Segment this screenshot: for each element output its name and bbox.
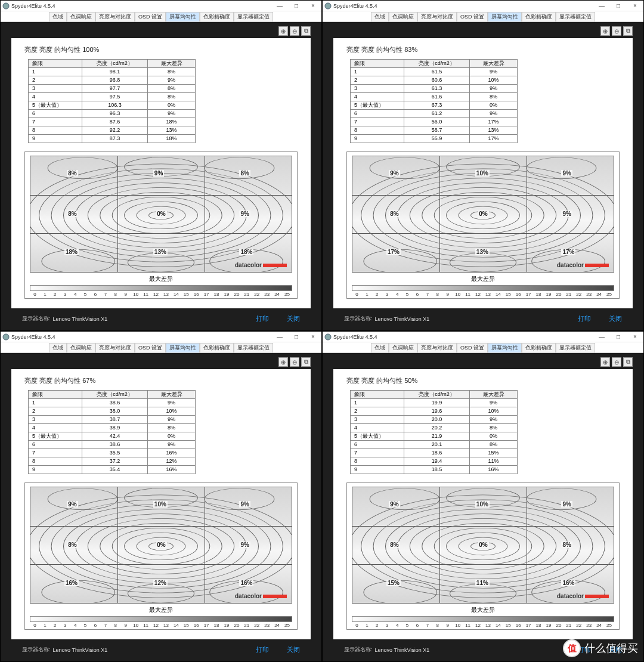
brand-logo: datacolor [235, 593, 287, 599]
minimize-button[interactable]: — [593, 332, 610, 342]
print-button[interactable]: 打印 [578, 314, 591, 323]
app-window-0: Spyder4Elite 4.5.4 — □ × 色域色调响应亮度与对比度OSD… [0, 0, 322, 331]
table-row: 5（最大值）21.90% [351, 432, 518, 441]
tab-1[interactable]: 色调响应 [389, 12, 417, 21]
tab-2[interactable]: 亮度与对比度 [417, 12, 457, 21]
close-window-button[interactable]: × [627, 1, 643, 11]
tab-6[interactable]: 显示器额定值 [556, 343, 595, 352]
print-button[interactable]: 打印 [256, 645, 269, 654]
tab-4[interactable]: 屏幕均匀性 [488, 343, 522, 352]
print-button[interactable]: 打印 [256, 314, 269, 323]
monitor-name: Lenovo ThinkVision X1 [375, 316, 430, 322]
minimize-button[interactable]: — [271, 1, 288, 11]
svg-point-70 [450, 584, 516, 603]
th-luminance: 亮度（cd/m2） [82, 60, 148, 68]
table-row: 787.618% [29, 118, 196, 126]
close-window-button[interactable]: × [305, 332, 321, 342]
page-title: 亮度 亮度 的均匀性 50% [346, 376, 620, 385]
tab-0[interactable]: 色域 [49, 343, 67, 352]
zoom-in-icon[interactable]: ⊕ [278, 357, 288, 367]
tab-0[interactable]: 色域 [371, 343, 389, 352]
tab-1[interactable]: 色调响应 [67, 343, 95, 352]
minimize-button[interactable]: — [593, 1, 610, 11]
zoom-out-icon[interactable]: ⊖ [612, 26, 621, 36]
zoom-fit-icon[interactable]: ⧉ [623, 357, 633, 367]
titlebar: Spyder4Elite 4.5.4 — □ × [323, 332, 643, 342]
minimize-button[interactable]: — [271, 332, 288, 342]
close-button[interactable]: 关闭 [609, 314, 622, 323]
contour-plot: 8%9%8%8%0%9%18%13%18% datacolor [30, 156, 292, 273]
zoom-fit-icon[interactable]: ⧉ [301, 26, 311, 36]
app-window-3: Spyder4Elite 4.5.4 — □ × 色域色调响应亮度与对比度OSD… [322, 331, 644, 662]
brand-logo: datacolor [557, 262, 609, 268]
close-button[interactable]: 关闭 [287, 645, 300, 654]
zoom-out-icon[interactable]: ⊖ [290, 357, 299, 367]
footer-bar: 显示器名称: Lenovo ThinkVision X1 打印 关闭 [11, 639, 311, 659]
zone-label-7: 15% [386, 580, 401, 586]
monitor-label: 显示器名称: [22, 646, 51, 654]
table-row: 987.318% [29, 135, 196, 143]
zoom-in-icon[interactable]: ⊕ [600, 357, 610, 367]
titlebar: Spyder4Elite 4.5.4 — □ × [1, 1, 321, 11]
tab-5[interactable]: 色彩精确度 [522, 12, 556, 21]
tab-1[interactable]: 色调响应 [67, 12, 95, 21]
tab-4[interactable]: 屏幕均匀性 [488, 12, 522, 21]
uniformity-chart: 9%10%9%8%0%9%17%13%17% datacolor 最大差异 01… [346, 151, 620, 299]
tab-5[interactable]: 色彩精确度 [522, 343, 556, 352]
table-row: 638.69% [29, 441, 196, 449]
tab-0[interactable]: 色域 [371, 12, 389, 21]
tab-1[interactable]: 色调响应 [389, 343, 417, 352]
tab-4[interactable]: 屏幕均匀性 [166, 12, 200, 21]
svg-point-36 [3, 334, 9, 340]
tab-6[interactable]: 显示器额定值 [234, 12, 273, 21]
tab-6[interactable]: 显示器额定值 [234, 343, 273, 352]
zoom-fit-icon[interactable]: ⧉ [301, 357, 311, 367]
tab-2[interactable]: 亮度与对比度 [95, 12, 135, 21]
table-row: 338.79% [29, 416, 196, 424]
zone-label-9: 16% [561, 580, 575, 586]
zone-label-4: 8% [389, 211, 400, 217]
zoom-in-icon[interactable]: ⊕ [278, 26, 288, 36]
tab-3[interactable]: OSD 设置 [135, 12, 166, 21]
zone-label-1: 9% [67, 501, 78, 508]
svg-point-18 [325, 3, 331, 9]
tab-3[interactable]: OSD 设置 [135, 343, 166, 352]
maximize-button[interactable]: □ [610, 1, 627, 11]
close-button[interactable]: 关闭 [287, 314, 300, 323]
zone-label-5: 0% [156, 211, 166, 217]
axis-label: 最大差异 [30, 606, 292, 614]
zoom-out-icon[interactable]: ⊖ [612, 357, 621, 367]
zoom-in-icon[interactable]: ⊕ [600, 26, 610, 36]
monitor-name: Lenovo ThinkVision X1 [53, 316, 108, 322]
page-title: 亮度 亮度 的均匀性 67% [24, 376, 298, 385]
maximize-button[interactable]: □ [610, 332, 627, 342]
close-window-button[interactable]: × [305, 1, 321, 11]
tab-2[interactable]: 亮度与对比度 [417, 343, 457, 352]
tab-5[interactable]: 色彩精确度 [200, 12, 234, 21]
app-title: Spyder4Elite 4.5.4 [11, 3, 271, 9]
data-table: 象限亮度（cd/m2）最大差异 198.18%296.89%397.78%497… [28, 59, 196, 143]
zone-label-2: 10% [475, 501, 490, 508]
zone-label-2: 9% [153, 170, 164, 177]
table-row: 119.99% [351, 399, 518, 407]
tab-5[interactable]: 色彩精确度 [200, 343, 234, 352]
tab-3[interactable]: OSD 设置 [457, 343, 488, 352]
tab-4[interactable]: 屏幕均匀性 [166, 343, 200, 352]
tab-0[interactable]: 色域 [49, 12, 67, 21]
zoom-out-icon[interactable]: ⊖ [290, 26, 299, 36]
color-scale [30, 616, 292, 622]
svg-point-54 [325, 334, 331, 340]
maximize-button[interactable]: □ [288, 332, 305, 342]
tab-6[interactable]: 显示器额定值 [556, 12, 595, 21]
data-table: 象限亮度（cd/m2）最大差异 119.99%219.610%320.09%42… [350, 390, 518, 474]
close-window-button[interactable]: × [627, 332, 643, 342]
page-title: 亮度 亮度 的均匀性 83% [346, 45, 620, 54]
table-row: 138.69% [29, 399, 196, 407]
tab-2[interactable]: 亮度与对比度 [95, 343, 135, 352]
th-luminance: 亮度（cd/m2） [404, 60, 470, 68]
table-row: 438.98% [29, 424, 196, 432]
table-row: 320.09% [351, 416, 518, 424]
tab-3[interactable]: OSD 设置 [457, 12, 488, 21]
zoom-fit-icon[interactable]: ⧉ [623, 26, 633, 36]
maximize-button[interactable]: □ [288, 1, 305, 11]
